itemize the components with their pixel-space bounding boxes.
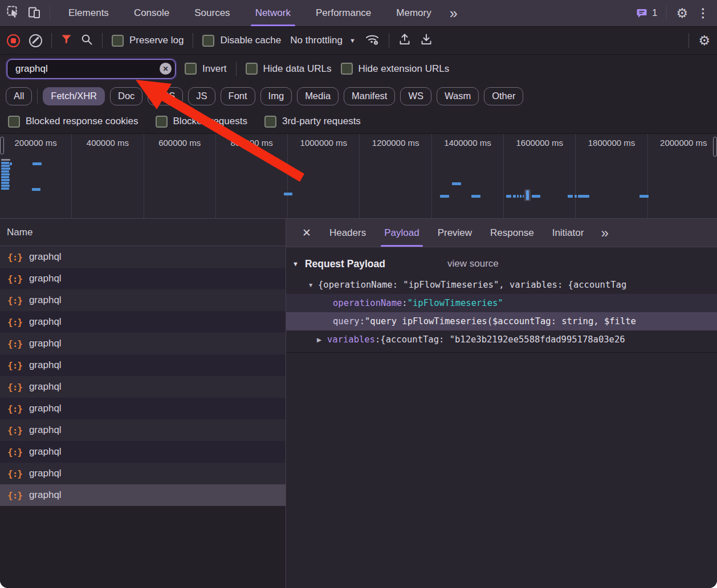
record-button[interactable]: [7, 34, 20, 47]
clear-filter-icon[interactable]: ✕: [160, 63, 172, 75]
request-bar: [513, 195, 516, 198]
kebab-menu-icon[interactable]: ⋮: [697, 6, 709, 20]
3rd-party-requests-checkbox[interactable]: 3rd-party requests: [264, 116, 361, 128]
chip-manifest[interactable]: Manifest: [344, 87, 395, 105]
request-row[interactable]: {:}graphql: [0, 376, 286, 398]
checkbox[interactable]: [264, 116, 276, 128]
tab-memory[interactable]: Memory: [384, 0, 443, 26]
chip-other[interactable]: Other: [484, 87, 523, 105]
checkbox[interactable]: [8, 116, 20, 128]
devtools-window: ElementsConsoleSourcesNetworkPerformance…: [0, 0, 717, 588]
request-row[interactable]: {:}graphql: [0, 419, 286, 441]
preserve-log-checkbox[interactable]: Preserve log: [112, 35, 184, 47]
tab-sources[interactable]: Sources: [182, 0, 242, 26]
chip-all[interactable]: All: [6, 87, 32, 105]
overview-time-label: 400000 ms: [72, 138, 143, 148]
chip-css[interactable]: CSS: [148, 87, 183, 105]
details-tab-preview[interactable]: Preview: [429, 219, 481, 247]
close-details-icon[interactable]: ✕: [295, 219, 318, 247]
blocked-requests-checkbox[interactable]: Blocked requests: [156, 116, 247, 128]
request-bar: [1, 170, 9, 173]
request-bar: [526, 190, 529, 200]
device-toolbar-icon[interactable]: [28, 6, 42, 21]
request-row[interactable]: {:}graphql: [0, 463, 286, 484]
section-collapse-icon[interactable]: ▼: [286, 260, 299, 267]
payload-row[interactable]: query: "query ipFlowTimeseries($accountT…: [286, 312, 717, 330]
chip-font[interactable]: Font: [221, 87, 255, 105]
request-name: graphql: [29, 360, 62, 371]
request-payload-title: Request Payload: [299, 258, 385, 270]
checkbox[interactable]: [341, 63, 353, 75]
json-braces-icon: {:}: [7, 468, 22, 479]
request-row[interactable]: {:}graphql: [0, 311, 286, 333]
checkbox[interactable]: [185, 63, 197, 75]
overview-cell: 200000 ms: [0, 134, 72, 218]
details-more-tabs-icon[interactable]: »: [595, 219, 614, 247]
blocked-response-cookies-checkbox[interactable]: Blocked response cookies: [8, 116, 138, 128]
request-row[interactable]: {:}graphql: [0, 484, 286, 506]
more-tabs-icon[interactable]: »: [444, 0, 463, 26]
view-source-link[interactable]: view source: [447, 258, 499, 270]
chip-wasm[interactable]: Wasm: [437, 87, 479, 105]
checkbox[interactable]: [156, 116, 168, 128]
request-row[interactable]: {:}graphql: [0, 354, 286, 376]
details-tab-headers[interactable]: Headers: [320, 219, 375, 247]
chip-doc[interactable]: Doc: [110, 87, 142, 105]
chip-ws[interactable]: WS: [400, 87, 431, 105]
overview-time-label: 1000000 ms: [288, 138, 359, 148]
invert-label: Invert: [202, 63, 227, 75]
filter-input-box[interactable]: ✕: [7, 59, 176, 79]
network-conditions-icon[interactable]: [365, 33, 380, 48]
payload-row[interactable]: operationName: "ipFlowTimeseries": [286, 294, 717, 312]
request-name: graphql: [29, 295, 62, 306]
request-bar: [471, 195, 480, 198]
disable-cache-checkbox[interactable]: Disable cache: [202, 35, 281, 47]
checkbox[interactable]: [112, 35, 124, 47]
network-settings-gear-icon[interactable]: ⚙: [698, 33, 710, 48]
request-row[interactable]: {:}graphql: [0, 268, 286, 289]
chip-js[interactable]: JS: [188, 87, 215, 105]
request-row[interactable]: {:}graphql: [0, 289, 286, 311]
invert-checkbox[interactable]: Invert: [185, 63, 227, 75]
export-har-icon[interactable]: [420, 33, 433, 48]
request-row[interactable]: {:}graphql: [0, 398, 286, 419]
issues-counter[interactable]: 1: [637, 7, 657, 19]
request-details-panel: ✕ HeadersPayloadPreviewResponseInitiator…: [286, 219, 717, 588]
payload-text: variables: [327, 334, 375, 345]
chip-media[interactable]: Media: [297, 87, 339, 105]
tab-console[interactable]: Console: [121, 0, 182, 26]
inspect-element-icon[interactable]: [7, 6, 20, 21]
throttling-select[interactable]: No throttling ▼: [290, 35, 356, 46]
tab-network[interactable]: Network: [243, 0, 303, 26]
twisty-icon[interactable]: ▼: [308, 281, 318, 288]
search-icon[interactable]: [81, 34, 93, 48]
filter-funnel-icon[interactable]: [61, 34, 72, 47]
checkbox[interactable]: [202, 35, 214, 47]
checkbox[interactable]: [246, 63, 258, 75]
details-tab-payload[interactable]: Payload: [375, 219, 428, 247]
import-har-icon[interactable]: [398, 33, 411, 48]
hide-extension-urls-checkbox[interactable]: Hide extension URLs: [341, 63, 450, 75]
request-bar: [568, 195, 573, 198]
divider: [666, 6, 667, 21]
tab-elements[interactable]: Elements: [56, 0, 121, 26]
request-row[interactable]: {:}graphql: [0, 246, 286, 268]
tab-performance[interactable]: Performance: [303, 0, 384, 26]
request-bar: [1, 185, 10, 187]
details-tab-response[interactable]: Response: [481, 219, 543, 247]
clear-network-log-icon[interactable]: [29, 34, 42, 47]
details-tab-initiator[interactable]: Initiator: [543, 219, 593, 247]
payload-row[interactable]: ▼{operationName: "ipFlowTimeseries", var…: [286, 276, 717, 294]
name-column-header[interactable]: Name: [0, 219, 286, 246]
chip-img[interactable]: Img: [260, 87, 292, 105]
chip-fetch-xhr[interactable]: Fetch/XHR: [43, 87, 105, 105]
settings-gear-icon[interactable]: ⚙: [676, 6, 688, 21]
hide-data-urls-checkbox[interactable]: Hide data URLs: [246, 63, 332, 75]
payload-row[interactable]: ▶variables: {accountTag: "b12e3b2192ee55…: [286, 330, 717, 349]
network-overview[interactable]: 200000 ms400000 ms600000 ms800000 ms1000…: [0, 134, 717, 219]
request-bar: [452, 182, 461, 185]
filter-input[interactable]: [14, 63, 160, 75]
request-row[interactable]: {:}graphql: [0, 441, 286, 463]
twisty-icon[interactable]: ▶: [317, 336, 327, 343]
request-row[interactable]: {:}graphql: [0, 333, 286, 354]
